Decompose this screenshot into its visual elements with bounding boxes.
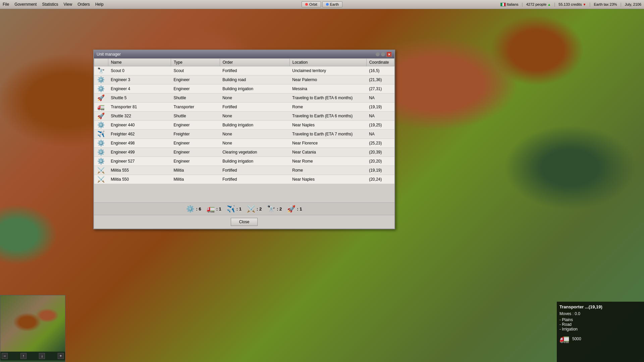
summary-item: 🚀 : 1 xyxy=(287,205,302,213)
minimap-zoom-in[interactable]: + xyxy=(58,353,64,359)
table-row[interactable]: ⚙️ Engineer 527 Engineer Building irriga… xyxy=(94,157,394,166)
menubar: File Government Statistics View Orders H… xyxy=(0,0,644,9)
col-type[interactable]: Type xyxy=(171,59,220,66)
maximize-icon[interactable] xyxy=(381,52,385,56)
orbit-icon xyxy=(305,3,308,6)
unit-type: Freighter xyxy=(171,130,220,139)
menu-statistics[interactable]: Statistics xyxy=(39,1,61,8)
date-value: July, 2106 xyxy=(625,2,641,6)
unit-order: Fortified xyxy=(220,175,289,184)
credits-status: 55.133 credits ▼ xyxy=(558,2,586,6)
table-row[interactable]: ✈️ Freighter 462 Freighter None Travelin… xyxy=(94,130,394,139)
unit-location: Messina xyxy=(289,84,366,94)
unit-location: Traveling to Earth (ETA 6 months) xyxy=(289,94,366,103)
col-location[interactable]: Location xyxy=(289,59,366,66)
unit-icon-cell: ✈️ xyxy=(94,130,108,139)
summary-count: : 6 xyxy=(196,206,201,212)
unit-order: Clearing vegetation xyxy=(220,148,289,157)
unit-order: Fortified xyxy=(220,166,289,175)
menu-view[interactable]: View xyxy=(61,1,75,8)
unit-icon-cell: 🚛 xyxy=(94,103,108,112)
unit-detail-title: Transporter ...(19,19) xyxy=(559,304,641,309)
unit-table: Name Type Order Location Coordinate 🔭 Sc… xyxy=(94,58,394,184)
unit-coord: NA xyxy=(366,130,394,139)
table-row[interactable]: ⚙️ Engineer 4 Engineer Building irrigati… xyxy=(94,84,394,94)
unit-icon: ⚙️ xyxy=(97,76,105,83)
summary-icon: 🚛 xyxy=(207,205,215,213)
terrain-road: - Road xyxy=(559,322,641,327)
unit-manager-titlebar: Unit manager ✕ xyxy=(94,50,394,58)
unit-icon-cell: ⚙️ xyxy=(94,121,108,130)
unit-icon-cell: 🔭 xyxy=(94,66,108,75)
table-row[interactable]: ⚙️ Engineer 440 Engineer Building irriga… xyxy=(94,121,394,130)
table-row[interactable]: 🚀 Shuttle 5 Shuttle None Traveling to Ea… xyxy=(94,94,394,103)
unit-location: Near Palermo xyxy=(289,75,366,84)
summary-count: : 1 xyxy=(236,206,241,212)
terrain-plains: - Plains xyxy=(559,317,641,322)
col-name[interactable]: Name xyxy=(108,59,171,66)
unit-icon: 🚛 xyxy=(97,104,105,110)
table-row[interactable]: ⚔️ Militia 550 Militia Fortified Near Na… xyxy=(94,175,394,184)
earth-icon xyxy=(326,3,329,6)
unit-table-container[interactable]: Name Type Order Location Coordinate 🔭 Sc… xyxy=(94,58,394,202)
table-row[interactable]: 🚀 Shuttle 322 Shuttle None Traveling to … xyxy=(94,112,394,121)
close-dialog-button[interactable]: ✕ xyxy=(386,52,392,57)
unit-name: Transporter 81 xyxy=(108,103,171,112)
minimap-scroll-up[interactable]: ↑ xyxy=(20,353,26,359)
unit-icon: ⚔️ xyxy=(97,176,105,183)
minimize-icon[interactable] xyxy=(376,52,380,56)
unit-icon: ⚙️ xyxy=(97,140,105,146)
menu-government[interactable]: Government xyxy=(12,1,39,8)
summary-item: ✈️ : 1 xyxy=(227,205,241,213)
unit-icon: ⚙️ xyxy=(97,85,105,92)
unit-name: Engineer 4 xyxy=(108,84,171,94)
nation-status: Italians xyxy=(500,2,519,6)
unit-type: Engineer xyxy=(171,84,220,94)
unit-detail-panel: Transporter ...(19,19) Moves : 0.0 - Pla… xyxy=(557,302,644,362)
summary-icon: ✈️ xyxy=(227,205,235,213)
unit-order: None xyxy=(220,139,289,148)
table-row[interactable]: 🚛 Transporter 81 Transporter Fortified R… xyxy=(94,103,394,112)
table-row[interactable]: ⚙️ Engineer 499 Engineer Clearing vegeta… xyxy=(94,148,394,157)
unit-name: Shuttle 322 xyxy=(108,112,171,121)
unit-name: Engineer 498 xyxy=(108,139,171,148)
summary-icon: 🚀 xyxy=(287,205,296,213)
summary-item: 🚛 : 1 xyxy=(207,205,221,213)
unit-icon-cell: ⚙️ xyxy=(94,148,108,157)
unit-location: Near Catania xyxy=(289,148,366,157)
table-row[interactable]: ⚔️ Militia 555 Militia Fortified Rome (1… xyxy=(94,166,394,175)
menu-file[interactable]: File xyxy=(0,1,12,8)
tax-status: Earth tax 23% xyxy=(594,2,617,6)
col-order[interactable]: Order xyxy=(220,59,289,66)
col-icon xyxy=(94,59,108,66)
unit-icon: ⚙️ xyxy=(97,122,105,128)
unit-coord: (20,24) xyxy=(366,175,394,184)
orbit-button[interactable]: Orbit xyxy=(302,1,321,7)
minimap: − ↑ ↓ + xyxy=(0,295,65,362)
population-trend-icon: ▲ xyxy=(547,3,551,6)
unit-summary-bar: ⚙️ : 6 🚛 : 1 ✈️ : 1 ⚔️ : 2 🔭 : 2 🚀 : 1 xyxy=(94,202,394,215)
table-row[interactable]: ⚙️ Engineer 3 Engineer Building road Nea… xyxy=(94,75,394,84)
minimap-controls: − ↑ ↓ + xyxy=(0,352,65,360)
close-button-row: Close xyxy=(94,215,394,229)
minimap-zoom-out[interactable]: − xyxy=(2,353,8,359)
unit-location: Rome xyxy=(289,103,366,112)
summary-count: : 2 xyxy=(257,206,262,212)
unit-name: Shuttle 5 xyxy=(108,94,171,103)
unit-coord: (21,36) xyxy=(366,75,394,84)
unit-name: Militia 550 xyxy=(108,175,171,184)
minimap-scroll-down[interactable]: ↓ xyxy=(39,353,45,359)
unit-type: Engineer xyxy=(171,148,220,157)
earth-button[interactable]: Earth xyxy=(322,1,342,7)
col-coordinate[interactable]: Coordinate xyxy=(366,59,394,66)
table-row[interactable]: 🔭 Scout 0 Scout Fortified Unclaimed terr… xyxy=(94,66,394,75)
table-row[interactable]: ⚙️ Engineer 498 Engineer None Near Flore… xyxy=(94,139,394,148)
close-button[interactable]: Close xyxy=(231,218,258,226)
menu-help[interactable]: Help xyxy=(93,1,106,8)
menu-orders[interactable]: Orders xyxy=(75,1,93,8)
unit-coord: (20,20) xyxy=(366,157,394,166)
summary-icon: ⚔️ xyxy=(247,205,255,213)
unit-icon-cell: ⚙️ xyxy=(94,75,108,84)
unit-location: Near Rome xyxy=(289,157,366,166)
unit-type: Shuttle xyxy=(171,112,220,121)
